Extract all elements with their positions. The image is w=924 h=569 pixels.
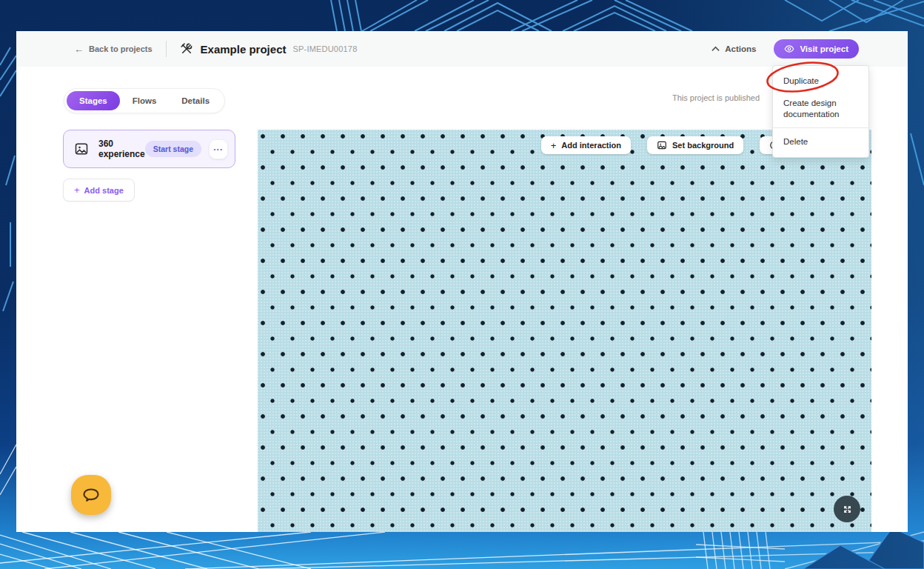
back-arrow-icon: ← [74,44,84,54]
add-interaction-button[interactable]: + Add interaction [541,136,631,154]
actions-label: Actions [725,44,756,53]
tab-stages[interactable]: Stages [67,91,120,110]
fullscreen-expand-button[interactable] [834,496,860,522]
tools-icon [180,42,193,56]
back-to-projects-link[interactable]: ← Back to projects [74,44,153,54]
published-status-text: This project is published [672,93,760,102]
add-stage-button[interactable]: + Add stage [63,179,135,202]
header-bar: ← Back to projects Example project SP-IM… [16,31,908,67]
add-interaction-label: Add interaction [561,141,621,150]
plus-icon: + [74,184,80,196]
expand-arrows-icon [842,504,853,515]
menu-item-duplicate[interactable]: Duplicate [773,70,868,92]
actions-menu-button[interactable]: Actions [712,44,756,53]
stage-name: 360 experience [98,139,145,160]
header-divider [166,41,167,57]
scene-360-canvas[interactable]: + Add interaction Set background Set sta… [258,130,871,532]
image-icon [74,142,89,156]
visit-project-label: Visit project [800,44,848,53]
start-stage-badge: Start stage [145,141,201,157]
project-id: SP-IMEDU00178 [292,44,357,53]
tab-flows[interactable]: Flows [120,91,170,110]
image-icon [657,140,667,150]
plus-icon: + [551,140,557,151]
ellipsis-icon: ••• [214,146,224,153]
back-label: Back to projects [89,44,153,53]
stage-menu-button[interactable]: ••• [209,139,228,159]
menu-item-create-design-documentation[interactable]: Create design documentation [773,92,868,125]
speech-bubble-icon [81,485,101,505]
stage-card-360-experience[interactable]: 360 experience Start stage ••• [63,130,235,168]
page-title: Example project [201,43,287,56]
set-background-button[interactable]: Set background [647,136,743,154]
visit-project-button[interactable]: Visit project [774,39,859,59]
actions-dropdown-menu: Duplicate Create design documentation De… [772,65,869,158]
menu-divider [773,127,868,128]
app-window: ← Back to projects Example project SP-IM… [16,31,908,532]
chevron-up-icon [712,46,720,52]
add-stage-label: Add stage [84,186,124,195]
set-background-label: Set background [672,141,734,150]
eye-icon [784,44,794,54]
menu-item-delete[interactable]: Delete [773,130,868,153]
tab-details[interactable]: Details [169,91,222,110]
view-tabs: Stages Flows Details [64,88,225,113]
chat-widget-button[interactable] [71,475,111,515]
